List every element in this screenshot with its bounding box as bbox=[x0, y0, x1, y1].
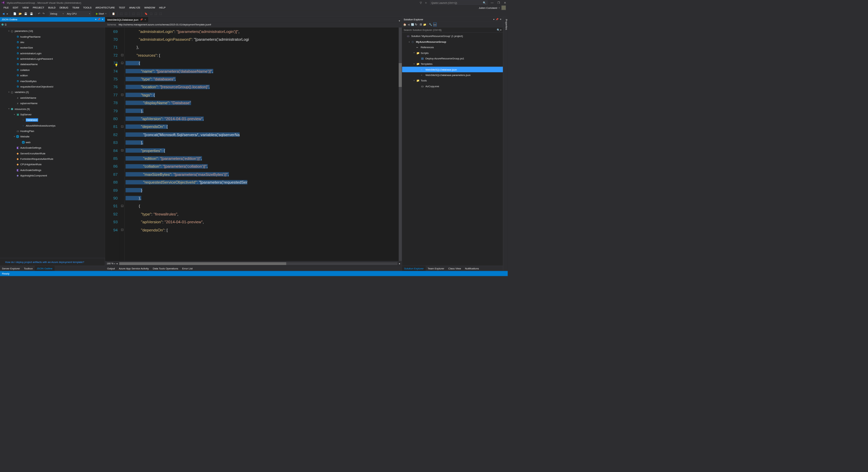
panel-tab[interactable]: Toolbox bbox=[22, 266, 35, 271]
pin-icon[interactable]: 📌 bbox=[496, 18, 498, 21]
refresh-icon[interactable]: ↻ bbox=[415, 23, 417, 26]
toolbar-btn-6[interactable]: 🔖 bbox=[143, 12, 148, 16]
toolbar-btn-7[interactable]: ⬚ bbox=[149, 12, 153, 16]
menu-window[interactable]: WINDOW bbox=[142, 6, 157, 9]
start-button[interactable]: ▶ Start ▾ bbox=[95, 12, 108, 15]
document-tab[interactable]: WebSiteSQLDatabase.json 📌 ✕ bbox=[105, 17, 148, 22]
output-tab[interactable]: Data Tools Operations bbox=[151, 267, 180, 270]
toolbar-btn-2[interactable]: ⬚ bbox=[119, 12, 123, 16]
solution-node[interactable]: ▾📁Scripts bbox=[402, 50, 503, 55]
scroll-left-icon[interactable]: ◂ bbox=[116, 262, 118, 265]
solution-node[interactable]: ▾📁Templates bbox=[402, 61, 503, 67]
toolbar-btn-5[interactable]: ⬚ bbox=[136, 12, 140, 16]
menu-project[interactable]: PROJECT bbox=[31, 6, 46, 9]
schema-url[interactable]: http://schema.management.azure.com/schem… bbox=[118, 23, 211, 26]
open-file-button[interactable]: 📂 bbox=[18, 12, 23, 16]
outline-node[interactable]: ▫AllowAllWindowsAzureIps bbox=[0, 123, 105, 128]
menu-analyze[interactable]: ANALYZE bbox=[127, 6, 142, 9]
outline-node[interactable]: ◆ForbiddenRequestsAlertRule bbox=[0, 156, 105, 162]
redo-button[interactable]: ↷ bbox=[42, 12, 45, 16]
code-editor[interactable]: 6970717273747576777879808182838485868788… bbox=[105, 27, 402, 261]
outline-node[interactable]: ⚙hostingPlanName bbox=[0, 34, 105, 39]
outline-node[interactable]: ▾{}parameters (10) bbox=[0, 28, 105, 34]
panel-close-icon[interactable]: ✕ bbox=[102, 18, 103, 21]
delete-icon[interactable]: 🗑 bbox=[4, 23, 7, 26]
menu-file[interactable]: FILE bbox=[2, 6, 11, 9]
restore-button[interactable]: ❐ bbox=[497, 1, 500, 4]
outline-node[interactable]: ⚙edition bbox=[0, 73, 105, 78]
solution-search-input[interactable]: Search Solution Explorer (Ctrl+$) 🔍▾ bbox=[402, 27, 503, 33]
preview-icon[interactable]: ▭ bbox=[433, 23, 436, 26]
panel-tab[interactable]: Notifications bbox=[463, 266, 481, 271]
panel-dropdown-icon[interactable]: ▾ bbox=[95, 18, 97, 21]
menu-help[interactable]: HELP bbox=[157, 6, 167, 9]
output-tab[interactable]: Output bbox=[105, 267, 117, 270]
outline-node[interactable]: ⚙maxSizeBytes bbox=[0, 78, 105, 83]
quick-launch-input[interactable]: Quick Launch (Ctrl+Q) 🔍 bbox=[430, 0, 488, 5]
toolbar-btn-1[interactable]: 📋 bbox=[111, 12, 116, 16]
panel-tab[interactable]: Server Explorer bbox=[0, 266, 22, 271]
outline-node[interactable]: ◆ServerErrorsAlertRule bbox=[0, 150, 105, 156]
home-icon[interactable]: 🏠 bbox=[403, 23, 406, 26]
back-button[interactable]: ◀ bbox=[2, 12, 5, 16]
menu-view[interactable]: VIEW bbox=[20, 6, 31, 9]
outline-node[interactable]: ▾{}variables (2) bbox=[0, 89, 105, 95]
solution-node[interactable]: ▭AzCopy.exe bbox=[402, 83, 503, 89]
panel-close-icon[interactable]: ✕ bbox=[500, 18, 501, 21]
code-content[interactable]: "administratorLogin": "[parameters('admi… bbox=[125, 27, 399, 261]
panel-tab[interactable]: Team Explorer bbox=[426, 266, 446, 271]
menu-debug[interactable]: DEBUG bbox=[58, 6, 71, 9]
close-button[interactable]: ✕ bbox=[504, 1, 506, 4]
outline-node[interactable]: ⚙sku bbox=[0, 39, 105, 45]
user-menu[interactable]: Julien Corioland ▾ bbox=[479, 5, 508, 10]
config-dropdown[interactable]: Debug bbox=[49, 11, 65, 16]
forward-button[interactable]: ▸ bbox=[6, 12, 9, 16]
collapse-icon[interactable]: ⊟ bbox=[420, 23, 422, 26]
scroll-right-icon[interactable]: ▸ bbox=[399, 262, 400, 265]
solution-node[interactable]: ▸◇MyAzureResourceGroup bbox=[402, 39, 503, 44]
solution-node[interactable]: ▭Solution 'MyAzureResourceGroup' (1 proj… bbox=[402, 33, 503, 39]
outline-node[interactable]: ▭HostingPlan bbox=[0, 128, 105, 134]
horizontal-scrollbar[interactable] bbox=[119, 262, 398, 265]
outline-node[interactable]: ⚙workerSize bbox=[0, 45, 105, 50]
pin-icon[interactable]: 📌 bbox=[98, 18, 100, 21]
zoom-level[interactable]: 160 % bbox=[107, 262, 114, 265]
outline-node[interactable]: ⚙databaseName bbox=[0, 61, 105, 67]
back-icon[interactable]: ◀ bbox=[408, 23, 410, 26]
outline-node[interactable]: xsqlserverName bbox=[0, 100, 105, 106]
outline-node[interactable]: ▾▣SqlServer bbox=[0, 112, 105, 117]
output-tab[interactable]: Azure App Service Activity bbox=[117, 267, 151, 270]
tab-dropdown-icon[interactable]: ▾ bbox=[397, 19, 402, 22]
toolbar-btn-8[interactable]: ⬚ bbox=[154, 12, 158, 16]
panel-tab[interactable]: Class View bbox=[446, 266, 463, 271]
save-all-button[interactable]: 💾 bbox=[29, 12, 34, 16]
outline-node[interactable]: 🌐web bbox=[0, 139, 105, 145]
toolbar-btn-9[interactable]: ⬚ bbox=[159, 12, 163, 16]
properties-icon[interactable]: 🔧 bbox=[429, 23, 432, 26]
tab-close-icon[interactable]: ✕ bbox=[144, 18, 146, 21]
json-outline-header[interactable]: JSON Outline ▾ 📌 ✕ bbox=[0, 17, 105, 22]
outline-node[interactable]: ▾🌐Website bbox=[0, 134, 105, 139]
json-outline-tree[interactable]: ▾{}parameters (10)⚙hostingPlanName⚙sku⚙w… bbox=[0, 27, 105, 258]
outline-node[interactable]: ⚙administratorLogin bbox=[0, 51, 105, 56]
save-button[interactable]: 💾 bbox=[23, 12, 28, 16]
tab-pin-icon[interactable]: 📌 bbox=[140, 18, 143, 21]
vertical-scrollbar[interactable] bbox=[399, 27, 402, 261]
sync-icon[interactable]: 🔄 bbox=[411, 23, 414, 26]
output-tab[interactable]: Error List bbox=[180, 267, 195, 270]
outline-node[interactable]: ▫Database bbox=[0, 117, 105, 122]
solution-tree[interactable]: ▭Solution 'MyAzureResourceGroup' (1 proj… bbox=[402, 33, 503, 266]
scrollbar-thumb[interactable] bbox=[399, 63, 402, 87]
deploy-help-link[interactable]: How do I deploy project artifacts with a… bbox=[0, 258, 105, 266]
notifications-flag-icon[interactable]: ▽ bbox=[420, 1, 422, 4]
menu-architecture[interactable]: ARCHITECTURE bbox=[94, 6, 117, 9]
solution-node[interactable]: ▤Deploy-AzureResourceGroup.ps1 bbox=[402, 56, 503, 61]
solution-explorer-header[interactable]: Solution Explorer ▾ 📌 ✕ bbox=[402, 17, 503, 22]
panel-dropdown-icon[interactable]: ▾ bbox=[493, 18, 495, 21]
panel-tab[interactable]: JSON Outline bbox=[35, 266, 54, 271]
feedback-icon[interactable]: ☺ bbox=[425, 1, 427, 4]
panel-tab[interactable]: Solution Explorer bbox=[402, 266, 426, 271]
outline-node[interactable]: ⚙administratorLoginPassword bbox=[0, 56, 105, 61]
menu-tools[interactable]: TOOLS bbox=[81, 6, 93, 9]
add-resource-icon[interactable]: ⬢ bbox=[1, 23, 3, 26]
